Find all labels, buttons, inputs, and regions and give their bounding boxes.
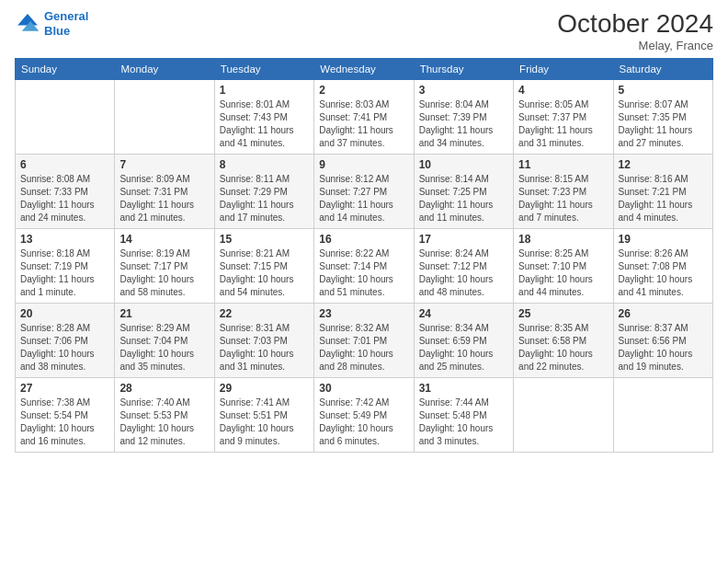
col-friday: Friday [514, 59, 613, 80]
week-row-3: 20Sunrise: 8:28 AMSunset: 7:06 PMDayligh… [16, 304, 713, 378]
cell-info-0-6: Sunrise: 8:07 AMSunset: 7:35 PMDaylight:… [619, 98, 708, 150]
cell-info-0-2: Sunrise: 8:01 AMSunset: 7:43 PMDaylight:… [220, 98, 309, 150]
col-wednesday: Wednesday [314, 59, 414, 80]
cell-4-5 [514, 378, 613, 453]
cell-2-0: 13Sunrise: 8:18 AMSunset: 7:19 PMDayligh… [16, 229, 115, 304]
week-row-4: 27Sunrise: 7:38 AMSunset: 5:54 PMDayligh… [16, 378, 713, 453]
cell-info-2-0: Sunrise: 8:18 AMSunset: 7:19 PMDaylight:… [20, 247, 109, 299]
cell-0-1 [115, 80, 214, 155]
cell-4-6 [613, 378, 712, 453]
cell-info-3-5: Sunrise: 8:35 AMSunset: 6:58 PMDaylight:… [518, 322, 608, 373]
col-sunday: Sunday [16, 59, 115, 80]
col-thursday: Thursday [414, 59, 513, 80]
cell-info-0-4: Sunrise: 8:04 AMSunset: 7:39 PMDaylight:… [419, 98, 508, 150]
cell-info-0-3: Sunrise: 8:03 AMSunset: 7:41 PMDaylight:… [319, 98, 408, 150]
cell-4-3: 30Sunrise: 7:42 AMSunset: 5:49 PMDayligh… [314, 378, 414, 453]
title-block: October 2024 Melay, France [557, 9, 713, 52]
day-num-0-3: 2 [319, 84, 408, 97]
cell-info-2-2: Sunrise: 8:21 AMSunset: 7:15 PMDaylight:… [220, 247, 309, 299]
week-row-2: 13Sunrise: 8:18 AMSunset: 7:19 PMDayligh… [16, 229, 713, 304]
cell-info-3-0: Sunrise: 8:28 AMSunset: 7:06 PMDaylight:… [20, 322, 109, 373]
cell-2-2: 15Sunrise: 8:21 AMSunset: 7:15 PMDayligh… [214, 229, 313, 304]
cell-info-1-1: Sunrise: 8:09 AMSunset: 7:31 PMDaylight:… [119, 173, 209, 224]
day-num-4-4: 31 [419, 382, 508, 395]
calendar-table: Sunday Monday Tuesday Wednesday Thursday… [15, 58, 713, 453]
cell-info-0-5: Sunrise: 8:05 AMSunset: 7:37 PMDaylight:… [518, 98, 608, 150]
month-title: October 2024 [557, 9, 713, 39]
header: General Blue October 2024 Melay, France [15, 9, 713, 52]
cell-1-5: 11Sunrise: 8:15 AMSunset: 7:23 PMDayligh… [514, 155, 613, 229]
cell-0-2: 1Sunrise: 8:01 AMSunset: 7:43 PMDaylight… [214, 80, 313, 155]
day-num-3-5: 25 [518, 307, 608, 320]
cell-info-3-4: Sunrise: 8:34 AMSunset: 6:59 PMDaylight:… [419, 322, 508, 373]
cell-info-2-6: Sunrise: 8:26 AMSunset: 7:08 PMDaylight:… [619, 247, 708, 299]
day-num-2-6: 19 [619, 233, 708, 246]
location: Melay, France [557, 39, 713, 52]
cell-3-5: 25Sunrise: 8:35 AMSunset: 6:58 PMDayligh… [514, 304, 613, 378]
cell-info-2-3: Sunrise: 8:22 AMSunset: 7:14 PMDaylight:… [319, 247, 408, 299]
cell-info-4-2: Sunrise: 7:41 AMSunset: 5:51 PMDaylight:… [220, 396, 309, 448]
cell-2-1: 14Sunrise: 8:19 AMSunset: 7:17 PMDayligh… [115, 229, 214, 304]
day-num-0-5: 4 [518, 84, 608, 97]
day-num-1-3: 9 [319, 158, 408, 171]
cell-0-6: 5Sunrise: 8:07 AMSunset: 7:35 PMDaylight… [613, 80, 712, 155]
day-num-1-6: 12 [619, 158, 708, 171]
cell-3-2: 22Sunrise: 8:31 AMSunset: 7:03 PMDayligh… [214, 304, 313, 378]
week-row-0: 1Sunrise: 8:01 AMSunset: 7:43 PMDaylight… [16, 80, 713, 155]
day-num-3-0: 20 [20, 307, 109, 320]
cell-info-4-3: Sunrise: 7:42 AMSunset: 5:49 PMDaylight:… [319, 396, 408, 448]
cell-info-2-5: Sunrise: 8:25 AMSunset: 7:10 PMDaylight:… [518, 247, 608, 299]
cell-2-3: 16Sunrise: 8:22 AMSunset: 7:14 PMDayligh… [314, 229, 414, 304]
cell-3-0: 20Sunrise: 8:28 AMSunset: 7:06 PMDayligh… [16, 304, 115, 378]
cell-0-4: 3Sunrise: 8:04 AMSunset: 7:39 PMDaylight… [414, 80, 513, 155]
logo-text: General Blue [44, 9, 88, 38]
cell-info-3-2: Sunrise: 8:31 AMSunset: 7:03 PMDaylight:… [220, 322, 309, 373]
day-num-2-4: 17 [419, 233, 508, 246]
logo-line1: General [44, 9, 88, 23]
cell-2-5: 18Sunrise: 8:25 AMSunset: 7:10 PMDayligh… [514, 229, 613, 304]
cell-3-6: 26Sunrise: 8:37 AMSunset: 6:56 PMDayligh… [613, 304, 712, 378]
cell-info-1-3: Sunrise: 8:12 AMSunset: 7:27 PMDaylight:… [319, 173, 408, 224]
day-num-4-3: 30 [319, 382, 408, 395]
cell-0-0 [16, 80, 115, 155]
cell-4-1: 28Sunrise: 7:40 AMSunset: 5:53 PMDayligh… [115, 378, 214, 453]
cell-info-4-1: Sunrise: 7:40 AMSunset: 5:53 PMDaylight:… [119, 396, 209, 448]
cell-2-4: 17Sunrise: 8:24 AMSunset: 7:12 PMDayligh… [414, 229, 513, 304]
logo-line2: Blue [44, 24, 70, 38]
cell-1-1: 7Sunrise: 8:09 AMSunset: 7:31 PMDaylight… [115, 155, 214, 229]
day-num-2-2: 15 [220, 233, 309, 246]
day-num-2-5: 18 [518, 233, 608, 246]
cell-info-2-1: Sunrise: 8:19 AMSunset: 7:17 PMDaylight:… [119, 247, 209, 299]
day-num-1-5: 11 [518, 158, 608, 171]
col-saturday: Saturday [613, 59, 712, 80]
cell-info-1-4: Sunrise: 8:14 AMSunset: 7:25 PMDaylight:… [419, 173, 508, 224]
logo: General Blue [15, 9, 88, 38]
col-tuesday: Tuesday [214, 59, 313, 80]
day-num-3-2: 22 [220, 307, 309, 320]
day-num-1-1: 7 [119, 158, 209, 171]
cell-1-3: 9Sunrise: 8:12 AMSunset: 7:27 PMDaylight… [314, 155, 414, 229]
day-num-2-1: 14 [119, 233, 209, 246]
page: General Blue October 2024 Melay, France … [0, 0, 728, 563]
logo-icon [15, 11, 40, 37]
cell-info-3-6: Sunrise: 8:37 AMSunset: 6:56 PMDaylight:… [619, 322, 708, 373]
cell-4-0: 27Sunrise: 7:38 AMSunset: 5:54 PMDayligh… [16, 378, 115, 453]
cell-info-4-0: Sunrise: 7:38 AMSunset: 5:54 PMDaylight:… [20, 396, 109, 448]
day-num-2-0: 13 [20, 233, 109, 246]
cell-1-6: 12Sunrise: 8:16 AMSunset: 7:21 PMDayligh… [613, 155, 712, 229]
cell-info-1-0: Sunrise: 8:08 AMSunset: 7:33 PMDaylight:… [20, 173, 109, 224]
col-monday: Monday [115, 59, 214, 80]
cell-2-6: 19Sunrise: 8:26 AMSunset: 7:08 PMDayligh… [613, 229, 712, 304]
cell-4-4: 31Sunrise: 7:44 AMSunset: 5:48 PMDayligh… [414, 378, 513, 453]
day-num-3-1: 21 [119, 307, 209, 320]
day-num-3-3: 23 [319, 307, 408, 320]
cell-info-3-3: Sunrise: 8:32 AMSunset: 7:01 PMDaylight:… [319, 322, 408, 373]
day-num-0-6: 5 [619, 84, 708, 97]
cell-info-4-4: Sunrise: 7:44 AMSunset: 5:48 PMDaylight:… [419, 396, 508, 448]
cell-info-1-6: Sunrise: 8:16 AMSunset: 7:21 PMDaylight:… [619, 173, 708, 224]
cell-0-3: 2Sunrise: 8:03 AMSunset: 7:41 PMDaylight… [314, 80, 414, 155]
cell-3-4: 24Sunrise: 8:34 AMSunset: 6:59 PMDayligh… [414, 304, 513, 378]
day-num-4-2: 29 [220, 382, 309, 395]
cell-3-3: 23Sunrise: 8:32 AMSunset: 7:01 PMDayligh… [314, 304, 414, 378]
day-num-1-4: 10 [419, 158, 508, 171]
